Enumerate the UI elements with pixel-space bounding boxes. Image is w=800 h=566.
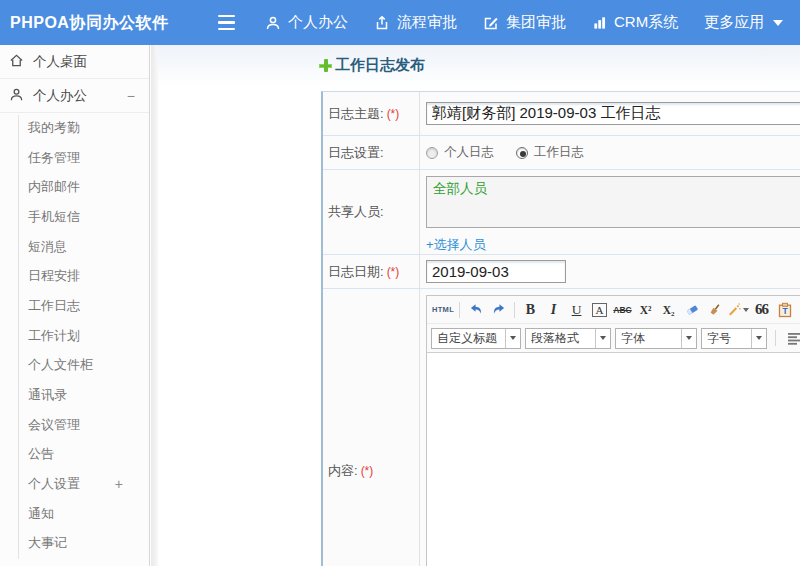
eraser-icon[interactable] — [681, 299, 702, 320]
share-label: 共享人员: — [328, 203, 384, 221]
radio-unchecked-icon — [426, 147, 438, 159]
radio-checked-icon — [516, 147, 528, 159]
sidebar-item-work-plan[interactable]: 工作计划 — [0, 321, 149, 351]
sidebar-item-personal-settings[interactable]: 个人设置+ — [0, 469, 149, 499]
sidebar-item-work-log[interactable]: 工作日志 — [0, 291, 149, 321]
bold-button[interactable]: B — [520, 299, 541, 320]
log-type-radio-group: 个人日志 工作日志 — [426, 144, 584, 161]
sidebar-item-internal-mail[interactable]: 内部邮件 — [0, 172, 149, 202]
subject-input[interactable] — [426, 102, 800, 125]
font-family-select[interactable]: 字体 — [615, 328, 697, 349]
toolbar-separator — [775, 330, 776, 346]
nav-group-approval[interactable]: 集团审批 — [483, 13, 566, 32]
sidebar-item-label: 个人办公 — [33, 87, 87, 105]
redo-icon[interactable] — [488, 299, 509, 320]
paste-text-icon[interactable]: T — [774, 299, 795, 320]
nav-label: CRM系统 — [614, 13, 678, 32]
undo-icon[interactable] — [465, 299, 486, 320]
sidebar-item-notifications[interactable]: 通知 — [0, 499, 149, 529]
align-left-icon[interactable] — [784, 328, 800, 349]
app-title: PHPOA协同办公软件 — [10, 0, 168, 45]
chevron-down-icon — [505, 329, 520, 348]
toolbar-separator — [514, 302, 515, 318]
strikethrough-button[interactable]: ABC — [612, 299, 633, 320]
user-icon — [265, 15, 281, 31]
font-size-select[interactable]: 字号 — [701, 328, 767, 349]
nav-more-apps[interactable]: 更多应用 — [704, 13, 783, 32]
expand-icon[interactable]: + — [115, 476, 123, 492]
content-header-band — [158, 45, 800, 87]
chart-icon — [592, 15, 607, 30]
date-label: 日志日期: — [328, 263, 384, 281]
form-row-date: 日志日期: (*) — [323, 255, 800, 289]
sidebar-item-short-message[interactable]: 短消息 — [0, 232, 149, 262]
app-window: PHPOA协同办公软件 个人办公 流程审批 集团审批 — [0, 0, 800, 566]
magic-wand-icon[interactable] — [727, 299, 749, 320]
process-icon — [374, 15, 390, 31]
caret-down-icon — [743, 308, 749, 312]
sidebar-item-sms[interactable]: 手机短信 — [0, 202, 149, 232]
subject-label-cell: 日志主题: (*) — [323, 92, 420, 135]
required-mark: (*) — [387, 265, 400, 279]
toolbar-separator — [459, 302, 460, 318]
date-input[interactable] — [426, 260, 566, 283]
top-navigation: 个人办公 流程审批 集团审批 CRM系统 — [214, 0, 800, 45]
required-mark: (*) — [387, 107, 400, 121]
subscript-button[interactable]: X₂ — [658, 299, 679, 320]
sidebar-item-personal-office[interactable]: 个人办公 − — [0, 79, 149, 113]
italic-button[interactable]: I — [543, 299, 564, 320]
nav-label: 更多应用 — [704, 13, 764, 32]
nav-personal-office[interactable]: 个人办公 — [265, 13, 348, 32]
topbar: PHPOA协同办公软件 个人办公 流程审批 集团审批 — [0, 0, 800, 45]
work-log-form: 日志主题: (*) 日志设置: 个人日志 — [321, 91, 800, 566]
paragraph-format-select[interactable]: 段落格式 — [525, 328, 611, 349]
nav-label: 流程审批 — [397, 13, 457, 32]
sidebar-item-desktop[interactable]: 个人桌面 — [0, 45, 149, 79]
subject-label: 日志主题: — [328, 105, 384, 123]
radio-personal-log[interactable]: 个人日志 — [426, 144, 494, 161]
sidebar-scrollbar[interactable] — [151, 45, 158, 566]
html-source-button[interactable]: HTML — [432, 299, 454, 320]
editor-toolbar-row1: HTML B I U A — [427, 296, 800, 324]
form-row-subject: 日志主题: (*) — [323, 92, 800, 136]
required-mark: (*) — [361, 464, 374, 478]
editor-toolbar-row2: 自定义标题 段落格式 字体 — [427, 324, 800, 353]
main-content: 工作日志发布 日志主题: (*) 日志设置: — [158, 45, 800, 566]
blockquote-button[interactable]: 66 — [751, 299, 772, 320]
nav-process-approval[interactable]: 流程审批 — [374, 13, 457, 32]
sidebar-item-tasks[interactable]: 任务管理 — [0, 143, 149, 173]
sidebar-submenu: 我的考勤 任务管理 内部邮件 手机短信 短消息 日程安排 工作日志 工作计划 个… — [0, 113, 149, 559]
sidebar-item-announcements[interactable]: 公告 — [0, 440, 149, 470]
collapse-icon[interactable]: − — [127, 88, 135, 104]
sidebar-item-file-cabinet[interactable]: 个人文件柜 — [0, 351, 149, 381]
share-people-box[interactable]: 全部人员 — [426, 176, 800, 228]
sidebar-item-schedule[interactable]: 日程安排 — [0, 261, 149, 291]
nav-label: 个人办公 — [288, 13, 348, 32]
page-title: 工作日志发布 — [335, 56, 425, 75]
underline-button[interactable]: U — [566, 299, 587, 320]
sidebar-item-major-events[interactable]: 大事记 — [0, 529, 149, 559]
sidebar-item-label: 个人桌面 — [33, 53, 87, 71]
svg-text:T: T — [782, 306, 788, 316]
sidebar: 个人桌面 个人办公 − 我的考勤 任务管理 内部邮件 手机短信 短消息 日程安排… — [0, 45, 150, 566]
chevron-down-icon — [751, 329, 766, 348]
sidebar-item-attendance[interactable]: 我的考勤 — [0, 113, 149, 143]
content-label-cell: 内容: (*) — [323, 289, 420, 566]
font-style-button[interactable]: A — [592, 303, 607, 317]
superscript-button[interactable]: X² — [635, 299, 656, 320]
home-icon — [9, 53, 24, 71]
sidebar-item-contacts[interactable]: 通讯录 — [0, 380, 149, 410]
editor-content-area[interactable] — [427, 353, 800, 566]
nav-crm-system[interactable]: CRM系统 — [592, 13, 678, 32]
date-label-cell: 日志日期: (*) — [323, 255, 420, 288]
sidebar-item-meetings[interactable]: 会议管理 — [0, 410, 149, 440]
nav-label: 集团审批 — [506, 13, 566, 32]
radio-work-log[interactable]: 工作日志 — [516, 144, 584, 161]
menu-icon[interactable] — [214, 11, 239, 35]
chevron-down-icon — [681, 329, 696, 348]
rich-text-editor: HTML B I U A — [426, 295, 800, 566]
select-people-link[interactable]: +选择人员 — [426, 236, 486, 254]
user-icon — [9, 87, 24, 105]
format-brush-icon[interactable] — [704, 299, 725, 320]
custom-title-select[interactable]: 自定义标题 — [431, 328, 521, 349]
